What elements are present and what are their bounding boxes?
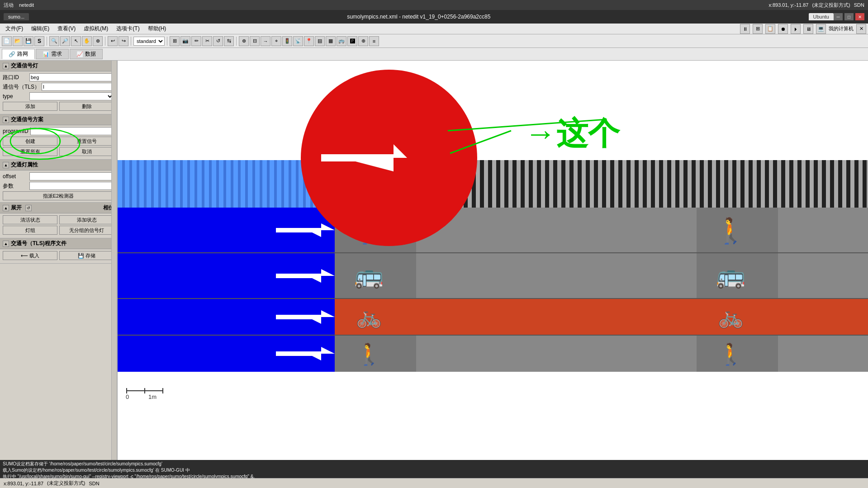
zoom-area-btn[interactable]: ⊟ <box>250 36 260 46</box>
canvas-area[interactable]: 🚶 🚶 🚌 🚌 <box>118 61 868 460</box>
tab-data[interactable]: 📈 数据 <box>70 49 103 59</box>
fit-view-button[interactable]: ⊞ <box>170 36 180 46</box>
menu-vm[interactable]: 虚拟机(M) <box>80 24 112 33</box>
save-file-button[interactable]: 💾 <box>24 36 33 46</box>
sep4 <box>167 37 167 46</box>
no-group-button[interactable]: 无分组的信号灯 <box>59 226 114 235</box>
param-input[interactable] <box>29 182 114 190</box>
edit-btn4[interactable]: ⇆ <box>224 36 234 46</box>
detector-link-button[interactable]: 指派E2检测器 <box>3 191 114 200</box>
menu-view[interactable]: 查看(V) <box>54 24 79 33</box>
program-header: ▲ 交通信号方案 <box>0 114 117 125</box>
tls-type-row: type <box>3 92 114 100</box>
collapse-light-attr[interactable]: ▲ <box>3 162 9 168</box>
clear-active-button[interactable]: 清活状态 <box>3 215 57 224</box>
more-btn2[interactable]: ≡ <box>369 36 379 46</box>
edit-btn2[interactable]: ✂ <box>202 36 212 46</box>
poi-btn[interactable]: 📍 <box>304 36 314 46</box>
tab-network[interactable]: 🔗 路网 <box>2 49 35 59</box>
add-tls-button[interactable]: 添加 <box>3 102 57 111</box>
app-tab[interactable]: sumo... <box>4 13 29 20</box>
open-file-button[interactable]: 📂 <box>13 36 23 46</box>
menu-tab[interactable]: 选项卡(T) <box>113 24 143 33</box>
vm-btn1[interactable]: ⊞ <box>753 24 763 34</box>
zoom-out-button[interactable]: 🔎 <box>60 36 70 46</box>
pause-button[interactable]: ⏸ <box>740 24 750 34</box>
vm-btn2[interactable]: 📋 <box>765 24 775 34</box>
svg-rect-20 <box>118 252 868 253</box>
more-btn1[interactable]: ⊕ <box>358 36 368 46</box>
junction-id-input[interactable] <box>29 73 114 81</box>
select-tool[interactable]: ↖ <box>71 36 81 46</box>
cancel-button[interactable]: 取消 <box>59 147 114 156</box>
move-tool[interactable]: ✋ <box>82 36 92 46</box>
collapse-tls[interactable]: ▲ <box>3 63 9 69</box>
param-row: 参数 <box>3 182 114 190</box>
mode-toolbar: 🔗 路网 📊 需求 📈 数据 <box>0 48 868 61</box>
detector-btn[interactable]: 📡 <box>293 36 303 46</box>
vm-btn5[interactable]: 🖥 <box>803 24 813 34</box>
vm-btn6[interactable]: 💻 <box>816 24 826 34</box>
program-id-input[interactable] <box>30 127 114 135</box>
minimize-button[interactable]: ─ <box>834 13 843 20</box>
collapse-program[interactable]: ▲ <box>3 117 9 123</box>
vm-close[interactable]: ✕ <box>856 24 866 34</box>
waypoint-btn[interactable]: ⌖ <box>271 36 281 46</box>
edit-btn1[interactable]: ✏ <box>191 36 201 46</box>
redo-button[interactable]: ↪ <box>119 36 128 46</box>
program-section: ▲ 交通信号方案 programID 创建 重置信号 重置所有 取消 <box>0 114 117 160</box>
tls-section-title: 交通信号灯 <box>11 62 38 70</box>
delete-tls-button[interactable]: 删除 <box>59 102 114 111</box>
load-tls-button[interactable]: ⟵ 载入 <box>3 251 57 260</box>
svg-rect-50 <box>118 372 868 460</box>
tls-type-select[interactable] <box>29 92 114 100</box>
tls-content: 路口ID 通信号（TLS） type 添加 删除 <box>0 71 117 114</box>
traffic-light-section: ▲ 交通信号灯 路口ID 通信号（TLS） type <box>0 61 117 114</box>
tab-demand[interactable]: 📊 需求 <box>36 49 69 59</box>
collapse-phase[interactable]: ▲ <box>3 205 9 211</box>
undo-button[interactable]: ↩ <box>108 36 118 46</box>
refresh-phase-button[interactable]: ↺ <box>25 205 32 211</box>
save-s-button[interactable]: S <box>34 36 44 46</box>
collapse-tls-file[interactable]: ▲ <box>3 241 9 247</box>
tls-type-label: type <box>3 93 28 99</box>
zoom-fit-btn[interactable]: ⊕ <box>239 36 249 46</box>
tls-btn-row: 添加 删除 <box>3 102 114 111</box>
vm-btn4[interactable]: ⏵ <box>791 24 801 34</box>
crosswalk-btn[interactable]: ▦ <box>326 36 336 46</box>
menu-edit[interactable]: 编辑(E) <box>28 24 53 33</box>
tls-id-input[interactable] <box>42 83 114 91</box>
park-btn[interactable]: 🅿 <box>347 36 357 46</box>
new-file-button[interactable]: 📄 <box>2 36 12 46</box>
log-line-3: 执行中 "/usr/local/share/sumo/bin/sumo-gui"… <box>3 474 865 478</box>
menu-file[interactable]: 文件(F) <box>2 24 27 33</box>
route-btn[interactable]: → <box>261 36 270 46</box>
svg-text:0: 0 <box>126 393 129 400</box>
zoom-in-button[interactable]: 🔍 <box>49 36 59 46</box>
lane-btn[interactable]: ▤ <box>315 36 325 46</box>
edit-btn3[interactable]: ↺ <box>213 36 223 46</box>
create-edge-tool[interactable]: ⊕ <box>93 36 103 46</box>
vm-btn3[interactable]: ⏺ <box>778 24 788 34</box>
save-tls-button[interactable]: 💾 存储 <box>59 251 114 260</box>
svg-text:→这个: →这个 <box>525 116 621 151</box>
program-btn-row2: 重置所有 取消 <box>3 147 114 156</box>
ubuntu-tab[interactable]: Ubuntu <box>809 13 834 20</box>
close-button[interactable]: ✕ <box>855 13 864 20</box>
status-bar: x:893.01, y:-11.87 (未定义投影方式) SDN <box>0 478 868 488</box>
screenshot-button[interactable]: 📷 <box>180 36 190 46</box>
offset-input[interactable] <box>29 172 114 180</box>
add-state-button[interactable]: 添加状态 <box>59 215 114 224</box>
panel-scrollbar[interactable] <box>111 61 117 460</box>
create-program-button[interactable]: 创建 <box>3 137 57 146</box>
reset-all-button[interactable]: 重置所有 <box>3 147 57 156</box>
menu-help[interactable]: 帮助(H) <box>144 24 170 33</box>
tls-btn[interactable]: 🚦 <box>282 36 292 46</box>
reset-signal-button[interactable]: 重置信号 <box>59 137 114 146</box>
view-dropdown[interactable]: standard <box>133 37 165 46</box>
offset-label: offset <box>3 173 28 180</box>
maximize-button[interactable]: □ <box>844 13 854 20</box>
system-bar: 活动 netedit x:893.01, y:-11.87 (未定义投影方式) … <box>0 0 868 10</box>
bus-btn[interactable]: 🚌 <box>337 36 346 46</box>
lamp-group-button[interactable]: 灯组 <box>3 226 57 235</box>
